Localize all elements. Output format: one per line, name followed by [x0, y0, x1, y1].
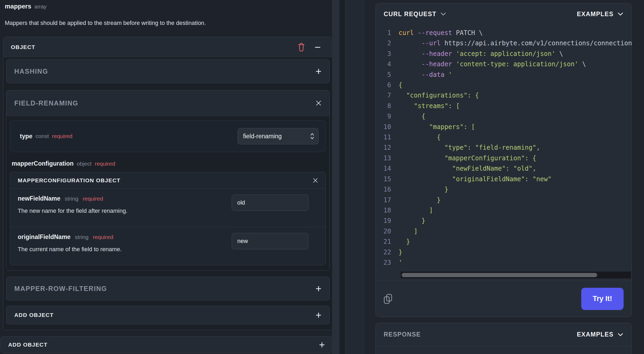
code-text: } — [399, 195, 441, 205]
response-card: RESPONSE EXAMPLES — [375, 323, 632, 354]
line-number: 14 — [376, 163, 399, 174]
code-text: ] — [399, 205, 433, 216]
response-header: RESPONSE EXAMPLES — [376, 323, 632, 346]
mapper-configuration-header-label: MAPPERCONFIGURATION OBJECT — [18, 177, 120, 184]
code-text: "streams": [ — [399, 101, 460, 111]
code-line: 8 "streams": [ — [376, 101, 632, 111]
collapse-object-button[interactable]: − — [315, 43, 321, 51]
mapper-configuration-kind: object — [77, 161, 92, 167]
original-field-name-row: originalFieldName string required The cu… — [10, 227, 325, 265]
remove-field-renaming-button[interactable] — [316, 100, 321, 106]
object-card-header: OBJECT − — [3, 37, 332, 57]
line-number: 17 — [376, 195, 399, 205]
type-field-row: type const required field-renaming — [10, 120, 326, 152]
field-required-badge: required — [93, 234, 113, 240]
plus-icon: + — [316, 311, 321, 320]
object-card-body: HASHING + FIELD-RENAMING — [3, 57, 332, 330]
line-number: 19 — [376, 216, 399, 226]
hashing-section-bar[interactable]: HASHING + — [6, 59, 330, 83]
code-line: 22} — [376, 247, 632, 258]
left-panel-scrollbar[interactable] — [332, 0, 339, 354]
column-divider — [339, 0, 345, 354]
copy-code-button[interactable] — [383, 294, 393, 304]
code-text: } — [399, 216, 425, 226]
code-line: 1curl --request PATCH \ — [376, 28, 632, 38]
horizontal-scrollbar-track[interactable] — [401, 272, 631, 278]
code-text: "mapperConfiguration": { — [399, 153, 536, 163]
chevron-down-icon — [617, 333, 624, 337]
code-line: 16 } — [376, 184, 632, 195]
line-number: 23 — [376, 258, 399, 268]
field-renaming-label: FIELD-RENAMING — [14, 99, 78, 107]
mapper-configuration-header: MAPPERCONFIGURATION OBJECT — [10, 172, 325, 189]
field-kind: string — [75, 234, 88, 240]
right-column-gutter — [345, 0, 364, 354]
chevron-down-icon — [617, 12, 624, 16]
code-text: ' — [399, 258, 402, 268]
code-line: 10 "mappers": [ — [376, 122, 632, 132]
line-number: 20 — [376, 226, 399, 237]
line-number: 11 — [376, 132, 399, 143]
field-renaming-body: type const required field-renaming — [6, 116, 329, 271]
copy-icon — [383, 294, 393, 304]
chevron-down-icon — [440, 12, 446, 16]
field-name: newFieldName — [18, 195, 60, 202]
curl-request-title[interactable]: CURL REQUEST — [384, 11, 436, 18]
examples-dropdown-label[interactable]: EXAMPLES — [577, 331, 614, 338]
field-kind: string — [65, 196, 78, 202]
line-number: 3 — [376, 49, 399, 59]
property-name: mappers — [5, 3, 31, 10]
new-field-name-input[interactable]: old — [232, 194, 308, 211]
horizontal-scrollbar-thumb[interactable] — [402, 273, 597, 277]
code-line: 2 --url https://api.airbyte.com/v1/conne… — [376, 38, 632, 48]
code-line: 15 "originalFieldName": "new" — [376, 174, 632, 184]
field-required-badge: required — [83, 196, 103, 202]
line-number: 10 — [376, 122, 399, 132]
code-lines: 1curl --request PATCH \2 --url https://a… — [376, 28, 632, 268]
delete-object-button[interactable] — [297, 42, 306, 52]
line-number: 4 — [376, 59, 399, 69]
line-number: 22 — [376, 247, 399, 258]
original-field-name-input[interactable]: new — [232, 233, 308, 249]
mapper-row-filtering-section-bar[interactable]: MAPPER-ROW-FILTERING + — [6, 277, 330, 300]
code-line: 19 } — [376, 216, 632, 226]
code-text: --url https://api.airbyte.com/v1/connect… — [399, 38, 632, 48]
type-field-name: type — [20, 133, 32, 140]
code-line: 20 ] — [376, 226, 632, 237]
line-number: 12 — [376, 143, 399, 153]
field-renaming-panel: FIELD-RENAMING type const r — [6, 90, 330, 271]
curl-request-card: CURL REQUEST EXAMPLES 1curl --request PA… — [375, 3, 632, 317]
close-mapper-configuration-button[interactable] — [313, 178, 318, 183]
property-type: array — [34, 4, 47, 10]
try-it-button[interactable]: Try It! — [581, 288, 624, 310]
code-text: ] — [399, 226, 418, 237]
line-number: 21 — [376, 237, 399, 247]
code-text: "mappers": [ — [399, 122, 475, 132]
add-object-button-outer[interactable]: ADD OBJECT + — [1, 336, 333, 353]
line-number: 7 — [376, 90, 399, 101]
code-text: "type": "field-renaming", — [399, 143, 540, 153]
minus-icon: − — [315, 43, 321, 51]
code-line: 5 --data ' — [376, 70, 632, 80]
field-renaming-header: FIELD-RENAMING — [6, 90, 329, 116]
code-line: 23' — [376, 258, 632, 268]
line-number: 18 — [376, 205, 399, 216]
examples-dropdown-label[interactable]: EXAMPLES — [577, 11, 614, 18]
add-object-label: ADD OBJECT — [8, 342, 48, 348]
code-text: --data ' — [399, 70, 452, 80]
plus-icon: + — [319, 340, 325, 349]
mapper-row-filtering-label: MAPPER-ROW-FILTERING — [14, 285, 107, 293]
code-line: 21 } — [376, 237, 632, 247]
add-object-button-inner[interactable]: ADD OBJECT + — [6, 306, 330, 324]
code-text: } — [399, 237, 410, 247]
code-text: --header 'accept: application/json' \ — [399, 49, 563, 59]
code-text: } — [399, 247, 402, 258]
line-number: 13 — [376, 153, 399, 163]
code-line: 12 "type": "field-renaming", — [376, 143, 632, 153]
type-select[interactable]: field-renaming — [238, 128, 319, 144]
mapper-configuration-name: mapperConfiguration — [12, 160, 74, 167]
code-line: 9 { — [376, 111, 632, 122]
curl-request-header: CURL REQUEST EXAMPLES — [376, 3, 632, 25]
line-number: 5 — [376, 70, 399, 80]
code-block: 1curl --request PATCH \2 --url https://a… — [376, 28, 632, 280]
